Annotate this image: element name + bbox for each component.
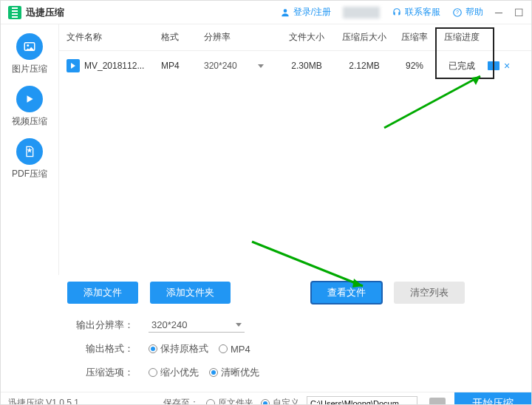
radio-custom-path[interactable]: 自定义 [261,397,299,405]
sidebar-item-pdf[interactable]: PDF压缩 [12,138,47,180]
open-folder-icon[interactable] [488,61,499,70]
saveto-label: 保存至： [163,397,199,405]
clear-list-button[interactable]: 清空列表 [394,282,465,304]
blurred-area [343,7,380,18]
cell-progress: 已完成 [436,60,488,72]
radio-label: 原文件夹 [218,397,253,405]
sidebar-item-image[interactable]: 图片压缩 [12,33,47,75]
cell-name: MV_2018112... [84,61,144,71]
contact-label: 联系客服 [405,6,440,18]
login-link[interactable]: 登录/注册 [280,6,331,18]
radio-label: 缩小优先 [160,366,199,379]
th-progress: 压缩进度 [436,31,488,44]
titlebar: 迅捷压缩 登录/注册 联系客服 ? 帮助 ─ ☐ [1,1,531,24]
view-file-label: 查看文件 [327,286,366,299]
cell-resolution: 320*240 [204,61,237,71]
radio-label: 自定义 [273,397,299,405]
resolution-select[interactable]: 320*240 [204,61,264,71]
options-panel: 输出分辨率： 320*240 输出格式： 保持原格式 MP4 压缩选项： 缩小优… [1,310,531,392]
sidebar-item-label: PDF压缩 [12,168,47,180]
radio-label: 保持原格式 [160,342,208,355]
cell-format: MP4 [161,61,204,71]
app-title: 迅捷压缩 [26,6,64,19]
add-file-button[interactable]: 添加文件 [67,282,138,304]
help-label: 帮助 [466,6,483,18]
radio-clear-first[interactable]: 清晰优先 [209,366,259,379]
chevron-down-icon [258,64,264,68]
add-folder-label: 添加文件夹 [166,286,214,299]
version-label: 迅捷压缩 V1.0.5.1 [8,397,79,405]
add-folder-button[interactable]: 添加文件夹 [150,282,231,304]
sidebar: 图片压缩 视频压缩 PDF压缩 [1,24,58,275]
user-icon [280,7,290,18]
browse-folder-icon[interactable] [429,398,446,406]
start-label: 开始压缩 [472,397,514,406]
pdf-icon [16,138,43,165]
app-logo-icon [8,6,21,19]
radio-label: MP4 [231,344,250,355]
start-compress-button[interactable]: 开始压缩 [454,392,531,406]
view-file-button[interactable]: 查看文件 [311,282,382,304]
path-input[interactable] [307,396,417,406]
image-icon [16,33,43,60]
compress-opt-label: 压缩选项： [75,366,134,379]
action-buttons: 添加文件 添加文件夹 查看文件 清空列表 [1,275,531,310]
th-size: 文件大小 [278,31,335,44]
table-row[interactable]: MV_2018112... MP4 320*240 2.30MB 2.12MB … [59,51,531,81]
svg-line-6 [384,76,480,128]
svg-text:?: ? [456,10,459,15]
file-table: 文件名称 格式 分辨率 文件大小 压缩后大小 压缩率 压缩进度 MV_20181… [58,24,531,275]
video-file-icon [66,59,80,72]
th-after: 压缩后大小 [335,31,393,44]
radio-keep-format[interactable]: 保持原格式 [149,342,208,355]
add-file-label: 添加文件 [83,286,122,299]
th-format: 格式 [161,31,204,44]
login-label: 登录/注册 [293,6,331,18]
out-fmt-label: 输出格式： [75,342,134,355]
cell-rate: 92% [393,61,436,71]
cell-after: 2.12MB [335,61,393,71]
out-res-value: 320*240 [151,319,187,330]
headset-icon [392,7,402,18]
help-link[interactable]: ? 帮助 [452,6,483,18]
sidebar-item-label: 视频压缩 [12,115,47,128]
maximize-button[interactable]: ☐ [514,7,524,18]
sidebar-item-video[interactable]: 视频压缩 [12,86,47,128]
radio-label: 清晰优先 [221,366,259,379]
th-resolution: 分辨率 [204,31,278,44]
remove-row-icon[interactable]: × [504,60,510,72]
svg-point-4 [27,44,29,47]
sidebar-item-label: 图片压缩 [12,63,47,75]
chevron-down-icon [236,323,242,327]
out-res-label: 输出分辨率： [75,319,134,332]
video-icon [16,86,43,112]
cell-size: 2.30MB [278,61,335,71]
help-icon: ? [452,7,463,18]
svg-point-0 [283,9,287,13]
out-res-select[interactable]: 320*240 [149,318,245,333]
radio-same-folder[interactable]: 原文件夹 [206,397,253,405]
minimize-button[interactable]: ─ [495,7,502,18]
th-rate: 压缩率 [393,31,436,44]
radio-small-first[interactable]: 缩小优先 [149,366,199,379]
table-header: 文件名称 格式 分辨率 文件大小 压缩后大小 压缩率 压缩进度 [59,24,531,51]
clear-list-label: 清空列表 [410,286,449,299]
svg-marker-5 [27,95,33,102]
th-name: 文件名称 [66,31,161,44]
status-bar: 迅捷压缩 V1.0.5.1 保存至： 原文件夹 自定义 开始压缩 [1,392,531,405]
contact-link[interactable]: 联系客服 [392,6,440,18]
radio-mp4[interactable]: MP4 [219,344,250,355]
